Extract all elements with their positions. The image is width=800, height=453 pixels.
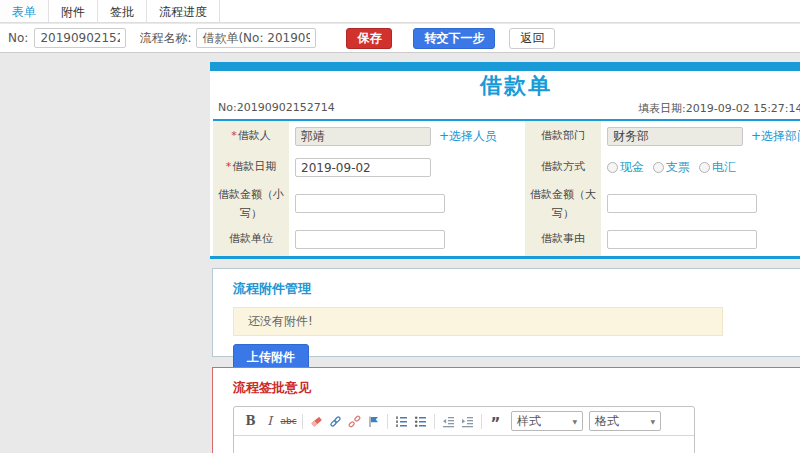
attachments-section: 流程附件管理 还没有附件! 上传附件 [212, 268, 800, 357]
borrow-reason-input[interactable] [607, 230, 757, 249]
radio-icon [699, 162, 710, 173]
remove-format-button[interactable] [308, 413, 325, 430]
toolbar-separator [481, 414, 482, 429]
tab-progress[interactable]: 流程进度 [147, 0, 220, 22]
tab-approvals[interactable]: 签批 [98, 0, 147, 22]
department-label: 借款部门 [525, 121, 601, 151]
panel-accent-bar [210, 62, 800, 71]
borrow-reason-cell [601, 223, 800, 256]
required-mark: * [226, 158, 232, 177]
form-title: 借款单 [210, 71, 800, 101]
required-mark: * [231, 127, 237, 146]
borrow-unit-input[interactable] [295, 230, 445, 249]
tab-form[interactable]: 表单 [0, 0, 49, 22]
italic-button[interactable]: I [261, 413, 278, 430]
no-label: No: [8, 31, 28, 45]
amount-upper-label: 借款金额（大写） [525, 184, 601, 223]
unlink-icon [348, 415, 361, 428]
loan-form-panel: 借款单 No:20190902152714 填表日期:2019-09-02 15… [210, 62, 800, 259]
flag-icon [367, 415, 380, 428]
flow-name-input[interactable] [196, 28, 316, 48]
amount-lower-cell [289, 184, 507, 223]
borrower-cell: +选择人员 [289, 121, 507, 151]
bold-button[interactable]: B [242, 413, 259, 430]
panel-bottom-accent-bar [210, 256, 800, 259]
unordered-list-button[interactable] [412, 413, 429, 430]
borrow-reason-label: 借款事由 [525, 223, 601, 256]
strikethrough-button[interactable]: abc [280, 413, 297, 430]
department-cell: +选择部门 [601, 121, 800, 151]
chevron-down-icon: ▼ [572, 418, 577, 425]
approval-title: 流程签批意见 [233, 379, 800, 397]
indent-icon [461, 415, 474, 428]
borrow-date-label: *借款日期 [213, 151, 289, 184]
grid-gap [507, 151, 525, 184]
tab-bar: 表单 附件 签批 流程进度 [0, 0, 800, 23]
link-icon [329, 415, 342, 428]
borrow-method-radio-group: 现金 支票 电汇 [607, 159, 736, 176]
grid-gap [507, 184, 525, 223]
amount-upper-input[interactable] [607, 194, 757, 213]
rich-text-editor: B I abc [233, 406, 695, 453]
borrow-method-label: 借款方式 [525, 151, 601, 184]
form-date-text: 填表日期:2019-09-02 15:27:14 [638, 101, 800, 116]
outdent-button[interactable] [440, 413, 457, 430]
unordered-list-icon [414, 415, 427, 428]
borrow-date-cell [289, 151, 507, 184]
form-grid: *借款人 +选择人员 借款部门 +选择部门 *借款日期 借款方式 [213, 121, 800, 256]
amount-lower-label: 借款金额（小写） [213, 184, 289, 223]
approval-section: 流程签批意见 B I abc [212, 367, 800, 453]
radio-icon [607, 162, 618, 173]
toolbar-separator [387, 414, 388, 429]
flow-name-label: 流程名称: [139, 30, 191, 47]
amount-upper-cell [601, 184, 800, 223]
chevron-down-icon: ▼ [650, 418, 655, 425]
borrow-date-input[interactable] [295, 158, 431, 177]
outdent-icon [442, 415, 455, 428]
borrower-input[interactable] [295, 127, 431, 146]
command-bar: No: 流程名称: 保存 转交下一步 返回 [0, 24, 800, 53]
format-dropdown[interactable]: 格式 ▼ [589, 411, 661, 431]
blockquote-button[interactable]: ” [487, 413, 504, 430]
anchor-button[interactable] [365, 413, 382, 430]
choose-department-link[interactable]: +选择部门 [751, 128, 800, 145]
borrow-unit-cell [289, 223, 507, 256]
tab-attachments[interactable]: 附件 [49, 0, 98, 22]
radio-wire[interactable]: 电汇 [699, 159, 736, 176]
grid-gap [507, 223, 525, 256]
radio-icon [653, 162, 664, 173]
no-attachments-message: 还没有附件! [233, 307, 723, 336]
borrower-label: *借款人 [213, 121, 289, 151]
back-button[interactable]: 返回 [509, 28, 555, 49]
editor-toolbar: B I abc [234, 407, 694, 436]
ordered-list-button[interactable] [393, 413, 410, 430]
indent-button[interactable] [459, 413, 476, 430]
grid-gap [507, 121, 525, 151]
forward-next-step-button[interactable]: 转交下一步 [413, 28, 495, 49]
choose-person-link[interactable]: +选择人员 [439, 128, 497, 145]
eraser-icon [310, 415, 323, 428]
amount-lower-input[interactable] [295, 194, 445, 213]
radio-cheque[interactable]: 支票 [653, 159, 690, 176]
loan-form-screen: 表单 附件 签批 流程进度 No: 流程名称: 保存 转交下一步 返回 借款单 … [0, 0, 800, 453]
attachments-title: 流程附件管理 [233, 280, 800, 298]
form-no-text: No:20190902152714 [218, 101, 335, 114]
department-input[interactable] [607, 127, 743, 146]
editor-content[interactable] [234, 436, 694, 453]
toolbar-separator [434, 414, 435, 429]
borrow-unit-label: 借款单位 [213, 223, 289, 256]
no-input[interactable] [34, 28, 126, 48]
ordered-list-icon [395, 415, 408, 428]
borrow-method-cell: 现金 支票 电汇 [601, 151, 800, 184]
form-meta-row: No:20190902152714 填表日期:2019-09-02 15:27:… [210, 101, 800, 119]
link-button[interactable] [327, 413, 344, 430]
save-button[interactable]: 保存 [346, 28, 392, 49]
radio-cash[interactable]: 现金 [607, 159, 644, 176]
style-dropdown[interactable]: 样式 ▼ [511, 411, 583, 431]
unlink-button[interactable] [346, 413, 363, 430]
toolbar-separator [302, 414, 303, 429]
